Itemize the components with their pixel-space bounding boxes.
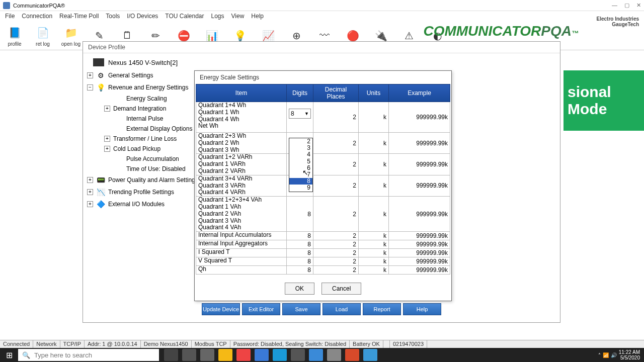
expand-icon[interactable]: + xyxy=(104,136,110,142)
expand-icon[interactable]: + xyxy=(104,106,110,112)
decimal-cell[interactable]: 2 xyxy=(313,266,359,275)
expand-icon[interactable]: + xyxy=(87,189,93,195)
decimal-cell[interactable]: 2 xyxy=(313,133,359,154)
start-button[interactable]: ⊞ xyxy=(0,348,18,362)
tree-external-io[interactable]: External I/O Modules xyxy=(108,201,165,208)
tree-pulse-acc[interactable]: Pulse Accumulation xyxy=(126,155,179,162)
digits-select[interactable]: 8▼ xyxy=(289,109,311,119)
cancel-button[interactable]: Cancel xyxy=(321,283,361,295)
taskbar-app-1[interactable] xyxy=(182,349,196,361)
menu-file[interactable]: File xyxy=(5,13,15,20)
units-cell[interactable]: k xyxy=(359,175,389,196)
digits-dropdown[interactable]: 23456789 xyxy=(289,138,313,192)
digits-cell[interactable]: 8 xyxy=(287,266,313,275)
table-row[interactable]: Quadrant 1+4 WhQuadrant 1 WhQuadrant 4 W… xyxy=(196,102,450,133)
system-tray[interactable]: ˄ 📶 🔊 11:22 AM5/5/2020 xyxy=(598,349,644,360)
collapse-icon[interactable]: − xyxy=(87,84,93,90)
load-button[interactable]: Load xyxy=(323,303,361,315)
units-cell[interactable]: k xyxy=(359,197,389,232)
decimal-cell[interactable]: 2 xyxy=(313,175,359,196)
table-row[interactable]: Internal Input Accumulators82k999999.99k xyxy=(196,232,450,240)
tree-power-quality[interactable]: Power Quality and Alarm Settings xyxy=(108,176,198,184)
menu-realtimepoll[interactable]: Real-Time Poll xyxy=(59,13,99,20)
decimal-cell[interactable]: 2 xyxy=(313,232,359,240)
dropdown-option[interactable]: 4 xyxy=(289,151,312,158)
table-row[interactable]: Qh82k999999.99k xyxy=(196,266,450,275)
tray-network-icon[interactable]: 📶 xyxy=(603,352,609,358)
tree-energy-scaling[interactable]: Energy Scaling xyxy=(126,95,167,102)
tray-sound-icon[interactable]: 🔊 xyxy=(611,352,617,358)
taskbar-app-10[interactable] xyxy=(345,349,359,361)
decimal-cell[interactable]: 2 xyxy=(313,154,359,175)
tree-tou[interactable]: Time of Use: Disabled xyxy=(126,165,186,172)
update-device-button[interactable]: Update Device xyxy=(202,303,240,315)
table-row[interactable]: Quadrant 3+4 VARhQuadrant 3 VARhQuadrant… xyxy=(196,175,450,196)
tree-general[interactable]: General Settings xyxy=(108,72,153,79)
ok-button[interactable]: OK xyxy=(285,283,314,295)
menu-toucalendar[interactable]: TOU Calendar xyxy=(165,13,204,20)
dropdown-option[interactable]: 5 xyxy=(289,158,312,165)
toolbar-btn-1[interactable]: 📄ret log xyxy=(31,24,54,47)
units-cell[interactable]: k xyxy=(359,266,389,275)
taskbar-app-7[interactable] xyxy=(291,349,305,361)
tree-internal-pulse[interactable]: Internal Pulse xyxy=(126,115,163,122)
tree-cold-load[interactable]: Cold Load Pickup xyxy=(113,145,160,152)
help-button[interactable]: Help xyxy=(403,303,441,315)
expand-icon[interactable]: + xyxy=(87,72,93,78)
minimize-icon[interactable]: — xyxy=(612,2,617,9)
menu-iodevices[interactable]: I/O Devices xyxy=(127,13,158,20)
units-cell[interactable]: k xyxy=(359,154,389,175)
units-cell[interactable]: k xyxy=(359,249,389,257)
decimal-cell[interactable]: 2 xyxy=(313,102,359,133)
digits-cell[interactable]: 8 xyxy=(287,240,313,249)
digits-cell[interactable]: 8 xyxy=(287,197,313,232)
menu-tools[interactable]: Tools xyxy=(106,13,120,20)
table-row[interactable]: Quadrant 2+3 WhQuadrant 2 WhQuadrant 3 W… xyxy=(196,133,450,154)
digits-cell[interactable]: 8 xyxy=(287,249,313,257)
report-button[interactable]: Report xyxy=(363,303,401,315)
table-row[interactable]: I Squared T82k999999.99k xyxy=(196,249,450,257)
units-cell[interactable]: k xyxy=(359,133,389,154)
maximize-icon[interactable]: ▢ xyxy=(624,2,629,9)
units-cell[interactable]: k xyxy=(359,257,389,266)
taskbar-app-5[interactable] xyxy=(255,349,269,361)
menu-help[interactable]: Help xyxy=(251,13,264,20)
taskbar-app-8[interactable] xyxy=(309,349,323,361)
decimal-cell[interactable]: 2 xyxy=(313,240,359,249)
tree-ext-display[interactable]: External Display Options xyxy=(126,125,192,132)
taskbar-app-11[interactable] xyxy=(363,349,377,361)
dropdown-option[interactable]: 9 xyxy=(289,185,312,191)
table-row[interactable]: Quadrant 1+2+3+4 VAhQuadrant 1 VAhQuadra… xyxy=(196,197,450,232)
tray-up-icon[interactable]: ˄ xyxy=(598,352,601,358)
tree-revenue[interactable]: Revenue and Energy Settings xyxy=(108,84,188,91)
taskbar-app-2[interactable] xyxy=(200,349,214,361)
search-box[interactable]: 🔍 Type here to search xyxy=(18,349,159,361)
decimal-cell[interactable]: 2 xyxy=(313,257,359,266)
table-row[interactable]: Quadrant 1+2 VARhQuadrant 1 VARhQuadrant… xyxy=(196,154,450,175)
table-row[interactable]: Internal Input Aggregators82k999999.99k xyxy=(196,240,450,249)
table-row[interactable]: V Squared T82k999999.99k xyxy=(196,257,450,266)
taskbar-app-4[interactable] xyxy=(236,349,251,361)
close-icon[interactable]: ✕ xyxy=(636,2,641,9)
exit-editor-button[interactable]: Exit Editor xyxy=(242,303,280,315)
toolbar-btn-0[interactable]: 📘profile xyxy=(3,24,26,47)
toolbar-btn-2[interactable]: 📁open log xyxy=(59,24,83,47)
menu-logs[interactable]: Logs xyxy=(211,13,224,20)
expand-icon[interactable]: + xyxy=(87,177,93,183)
units-cell[interactable]: k xyxy=(359,232,389,240)
expand-icon[interactable]: + xyxy=(87,201,93,207)
dropdown-option[interactable]: 6 xyxy=(289,165,312,171)
digits-cell[interactable]: 8 xyxy=(287,257,313,266)
tree-transformer[interactable]: Transformer / Line Loss xyxy=(113,135,177,142)
units-cell[interactable]: k xyxy=(359,240,389,249)
taskbar-app-0[interactable] xyxy=(164,349,178,361)
menu-connection[interactable]: Connection xyxy=(22,13,52,20)
digits-cell[interactable]: 8 xyxy=(287,232,313,240)
menu-view[interactable]: View xyxy=(231,13,245,20)
decimal-cell[interactable]: 2 xyxy=(313,249,359,257)
tree-trending[interactable]: Trending Profile Settings xyxy=(108,189,174,196)
expand-icon[interactable]: + xyxy=(104,146,110,152)
save-button[interactable]: Save xyxy=(282,303,320,315)
units-cell[interactable]: k xyxy=(359,102,389,133)
taskbar-app-6[interactable] xyxy=(273,349,287,361)
